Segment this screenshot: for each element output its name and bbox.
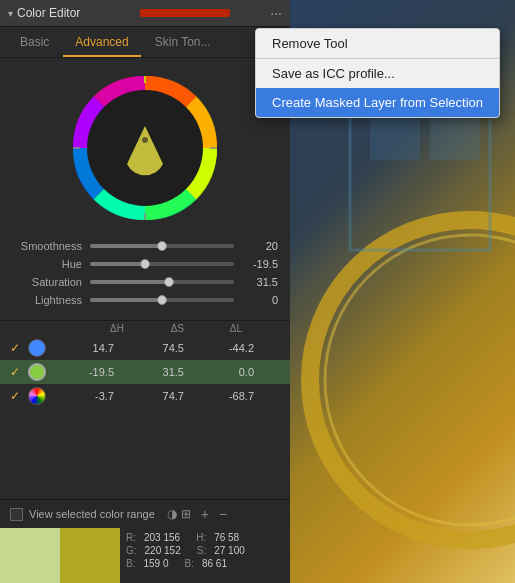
view-range-row: View selected color range ◑ ⊞ + − (0, 500, 290, 528)
tab-advanced[interactable]: Advanced (63, 31, 140, 57)
preview-swatch-2 (60, 528, 120, 583)
dropdown-menu: Remove Tool Save as ICC profile... Creat… (255, 28, 500, 118)
color-row-2[interactable]: ✓ -3.7 74.7 -68.7 (0, 384, 290, 408)
hue-thumb[interactable] (140, 259, 150, 269)
color-preview-row: R: 203 156 H: 76 58 G: 220 152 S: 27 100… (0, 528, 290, 583)
svg-point-2 (142, 137, 148, 143)
color-row-1[interactable]: ✓ -19.5 31.5 0.0 (0, 360, 290, 384)
r-label: R: (126, 532, 136, 543)
title-bar: ▾ Color Editor ··· (0, 0, 290, 27)
row2-dh: -3.7 (52, 390, 122, 402)
color-editor-panel: ▾ Color Editor ··· Basic Advanced Skin T… (0, 0, 290, 583)
lightness-slider[interactable] (90, 298, 234, 302)
checkbox-container: View selected color range (10, 508, 155, 521)
collapse-icon[interactable]: ▾ (8, 8, 13, 19)
lightness-row: Lightness 0 (12, 294, 278, 306)
color-wheel-svg (65, 68, 225, 228)
r-values: 203 156 (144, 532, 180, 543)
lightness-fill (90, 298, 162, 302)
smoothness-row: Smoothness 20 (12, 240, 278, 252)
spacer (0, 412, 290, 499)
row0-dl: -44.2 (192, 342, 262, 354)
g-values: 220 152 (145, 545, 181, 556)
view-icons: ◑ ⊞ (167, 507, 191, 521)
b-values: 159 0 (143, 558, 168, 569)
s-values: 27 100 (214, 545, 245, 556)
saturation-slider[interactable] (90, 280, 234, 284)
layer-icon[interactable]: ⊞ (181, 507, 191, 521)
row2-ds: 74.7 (122, 390, 192, 402)
smoothness-label: Smoothness (12, 240, 82, 252)
info-row-g: G: 220 152 S: 27 100 (126, 545, 284, 556)
checkmark-1: ✓ (8, 365, 22, 379)
tab-skin-tone[interactable]: Skin Ton... (143, 31, 223, 57)
hue-slider[interactable] (90, 262, 234, 266)
color-swatch-1 (28, 363, 46, 381)
smoothness-value: 20 (242, 240, 278, 252)
remove-button[interactable]: − (219, 506, 227, 522)
smoothness-fill (90, 244, 162, 248)
menu-item-save-icc[interactable]: Save as ICC profile... (256, 59, 499, 88)
color-row-0[interactable]: ✓ 14.7 74.5 -44.2 (0, 336, 290, 360)
h-values: 76 58 (214, 532, 239, 543)
color-wheel[interactable] (65, 68, 225, 228)
preview-swatch-1 (0, 528, 60, 583)
saturation-row: Saturation 31.5 (12, 276, 278, 288)
b-label: B: (126, 558, 135, 569)
smoothness-slider[interactable] (90, 244, 234, 248)
row1-ds: 31.5 (122, 366, 192, 378)
menu-item-remove-tool[interactable]: Remove Tool (256, 29, 499, 58)
lightness-value: 0 (242, 294, 278, 306)
header-delta-s: ΔS (132, 323, 192, 334)
checkmark-0: ✓ (8, 341, 22, 355)
smoothness-thumb[interactable] (157, 241, 167, 251)
color-wheel-area: 🚀 (0, 58, 290, 236)
s-label: S: (197, 545, 206, 556)
menu-item-create-mask[interactable]: Create Masked Layer from Selection (256, 88, 499, 117)
header-delta-h: ΔH (62, 323, 132, 334)
color-row-values-1: -19.5 31.5 0.0 (52, 366, 282, 378)
hue-label: Hue (12, 258, 82, 270)
lightness-label: Lightness (12, 294, 82, 306)
pie-icon[interactable]: ◑ (167, 507, 177, 521)
g-label: G: (126, 545, 137, 556)
color-info: R: 203 156 H: 76 58 G: 220 152 S: 27 100… (120, 528, 290, 583)
view-range-checkbox[interactable] (10, 508, 23, 521)
svg-point-7 (310, 220, 515, 540)
header-delta-l: ΔL (192, 323, 242, 334)
h-label: H: (196, 532, 206, 543)
bottom-section: View selected color range ◑ ⊞ + − R: 203… (0, 499, 290, 583)
row2-dl: -68.7 (192, 390, 262, 402)
info-row-r: R: 203 156 H: 76 58 (126, 532, 284, 543)
color-row-values-0: 14.7 74.5 -44.2 (52, 342, 282, 354)
color-swatch-2 (28, 387, 46, 405)
title-bar-left: ▾ Color Editor (8, 6, 80, 20)
saturation-thumb[interactable] (164, 277, 174, 287)
view-range-label: View selected color range (29, 508, 155, 520)
saturation-value: 31.5 (242, 276, 278, 288)
tab-basic[interactable]: Basic (8, 31, 61, 57)
l-values: 86 61 (202, 558, 227, 569)
panel-title: Color Editor (17, 6, 80, 20)
row0-dh: 14.7 (52, 342, 122, 354)
row1-dh: -19.5 (52, 366, 122, 378)
menu-dots-button[interactable]: ··· (270, 5, 282, 21)
hue-row: Hue -19.5 (12, 258, 278, 270)
add-button[interactable]: + (201, 506, 209, 522)
checkmark-2: ✓ (8, 389, 22, 403)
row1-dl: 0.0 (192, 366, 262, 378)
l-label: B: (184, 558, 193, 569)
row0-ds: 74.5 (122, 342, 192, 354)
saturation-label: Saturation (12, 276, 82, 288)
info-row-b: B: 159 0 B: 86 61 (126, 558, 284, 569)
hue-fill (90, 262, 145, 266)
color-row-values-2: -3.7 74.7 -68.7 (52, 390, 282, 402)
color-list-header: ΔH ΔS ΔL (0, 321, 290, 336)
color-swatch-0 (28, 339, 46, 357)
color-list: ΔH ΔS ΔL ✓ 14.7 74.5 -44.2 ✓ -19.5 31.5 … (0, 320, 290, 408)
sliders-section: Smoothness 20 Hue -19.5 Saturation 31.5 (0, 236, 290, 316)
lightness-thumb[interactable] (157, 295, 167, 305)
title-bar-accent (140, 9, 230, 17)
hue-value: -19.5 (242, 258, 278, 270)
tabs-bar: Basic Advanced Skin Ton... (0, 27, 290, 58)
